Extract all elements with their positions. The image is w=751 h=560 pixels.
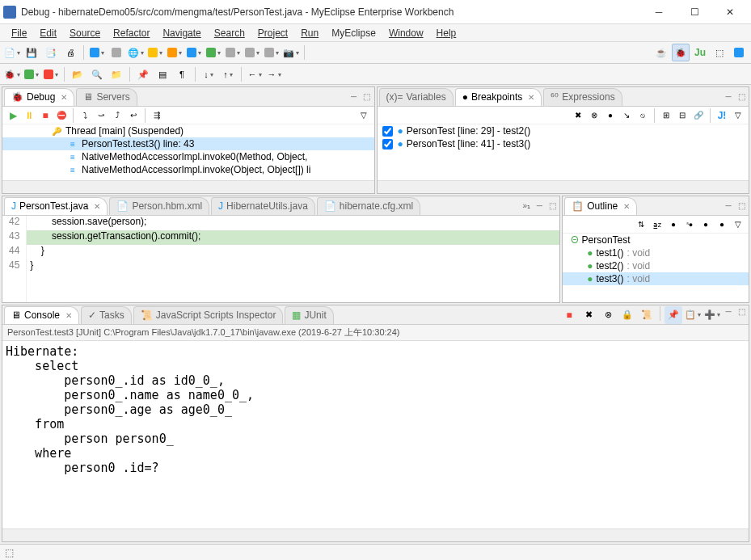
code-lines[interactable]: session.save(person); session.getTransac…: [27, 216, 559, 302]
show-bp-button[interactable]: ●: [603, 108, 618, 123]
remove-launch-button[interactable]: ✖: [580, 306, 597, 324]
perspective-myeclipse[interactable]: [730, 44, 748, 61]
back-button[interactable]: ←: [246, 65, 264, 83]
disconnect-button[interactable]: ⛔: [54, 108, 69, 123]
close-icon[interactable]: ✕: [623, 202, 630, 211]
tab-debug[interactable]: 🐞 Debug✕: [4, 88, 74, 106]
view-menu-icon[interactable]: ▽: [731, 217, 745, 232]
maximize-view-icon[interactable]: ⬚: [736, 91, 747, 103]
tool5-button[interactable]: [243, 44, 261, 61]
pin-console-button[interactable]: 📌: [665, 306, 682, 324]
tab-expressions[interactable]: ⁶⁰ Expressions: [543, 88, 622, 106]
browser-button[interactable]: 🌐: [127, 44, 145, 61]
tab-tasks[interactable]: ✓ Tasks: [81, 306, 132, 324]
perspective-debug[interactable]: 🐞: [672, 44, 690, 61]
menu-myeclipse[interactable]: MyEclipse: [325, 26, 382, 40]
close-icon[interactable]: ✕: [94, 202, 100, 211]
sort-button[interactable]: ⇅: [634, 217, 648, 232]
breakpoint-item[interactable]: ● PersonTest [line: 29] - test2(): [378, 124, 749, 137]
resume-button[interactable]: ▶: [6, 108, 20, 123]
perspective-other[interactable]: ⬚: [711, 44, 728, 61]
scrollbar-horizontal[interactable]: [2, 180, 374, 193]
tab-variables[interactable]: (x)= Variables: [379, 88, 454, 106]
toggle-mark-button[interactable]: 📌: [134, 65, 152, 83]
save-all-button[interactable]: 📑: [42, 44, 60, 61]
tab-personhbm[interactable]: 📄 Person.hbm.xml: [109, 197, 209, 215]
search-button[interactable]: 🔍: [88, 65, 106, 83]
new-button[interactable]: 📄: [3, 44, 21, 61]
add-java-exception-button[interactable]: J!: [715, 108, 729, 123]
hide-nonpublic-button[interactable]: ●: [698, 217, 713, 232]
tab-persontest[interactable]: J PersonTest.java✕: [4, 197, 108, 215]
tab-outline[interactable]: 📋 Outline✕: [564, 197, 637, 215]
remove-all-launches-button[interactable]: ⊗: [599, 306, 617, 324]
bp-checkbox[interactable]: [382, 126, 393, 137]
tab-hibernatecfg[interactable]: 📄 hibernate.cfg.xml: [317, 197, 420, 215]
menu-run[interactable]: Run: [294, 26, 325, 40]
minimize-view-icon[interactable]: ─: [723, 306, 734, 318]
menu-help[interactable]: Help: [430, 26, 463, 40]
ext-tools-button[interactable]: [42, 65, 60, 83]
remove-bp-button[interactable]: ✖: [571, 108, 585, 123]
tab-servers[interactable]: 🖥 Servers: [76, 88, 137, 106]
outline-method-test3[interactable]: ● test3() : void: [563, 272, 749, 285]
close-button[interactable]: ✕: [712, 1, 748, 23]
stack-frame-3[interactable]: ≡ NativeMethodAccessorImpl.invoke(Object…: [2, 163, 374, 176]
debug-button[interactable]: 🐞: [3, 65, 21, 83]
step-over-button[interactable]: ⤻: [94, 108, 108, 123]
tab-hibernateutils[interactable]: J HibernateUtils.java: [211, 197, 315, 215]
close-icon[interactable]: ✕: [65, 311, 72, 320]
scrollbar-horizontal[interactable]: [2, 528, 749, 541]
menu-navigate[interactable]: Navigate: [156, 26, 207, 40]
perspective-junit[interactable]: Ju: [691, 44, 709, 61]
perspective-java[interactable]: ☕: [652, 44, 670, 61]
minimize-view-icon[interactable]: ─: [534, 200, 545, 212]
minimize-view-icon[interactable]: ─: [723, 91, 734, 103]
stack-frame-1[interactable]: ≡ PersonTest.test3() line: 43: [2, 137, 374, 150]
menu-source[interactable]: Source: [63, 26, 107, 40]
show-whitespace-button[interactable]: ¶: [173, 65, 191, 83]
menu-file[interactable]: File: [5, 26, 33, 40]
outline-class[interactable]: Θ PersonTest: [563, 234, 749, 246]
view-menu-icon[interactable]: ▽: [357, 108, 371, 123]
tab-breakpoints[interactable]: ● Breakpoints✕: [455, 88, 542, 106]
menu-edit[interactable]: Edit: [33, 26, 63, 40]
stack-frame-2[interactable]: ≡ NativeMethodAccessorImpl.invoke0(Metho…: [2, 150, 374, 163]
display-console-button[interactable]: 📋: [684, 306, 702, 324]
tool2-button[interactable]: [185, 44, 203, 61]
tab-junit[interactable]: ▦ JUnit: [285, 306, 333, 324]
console-output[interactable]: Hibernate: select person0_.id as id0_0_,…: [2, 341, 749, 528]
menu-search[interactable]: Search: [208, 26, 251, 40]
menu-refactor[interactable]: Refactor: [107, 26, 156, 40]
expand-all-button[interactable]: ⊞: [659, 108, 673, 123]
terminate-button[interactable]: ■: [38, 108, 53, 123]
thread-item[interactable]: 🔑 Thread [main] (Suspended): [2, 124, 374, 137]
code-line[interactable]: }: [27, 245, 559, 259]
task-button[interactable]: 📁: [108, 65, 125, 83]
toggle-block-button[interactable]: ▤: [154, 65, 171, 83]
goto-file-button[interactable]: ↘: [619, 108, 634, 123]
tool4-button[interactable]: [224, 44, 242, 61]
run-button[interactable]: [23, 65, 40, 83]
maximize-view-icon[interactable]: ⬚: [736, 306, 747, 318]
remove-all-bp-button[interactable]: ⊗: [587, 108, 601, 123]
step-into-button[interactable]: ⤵: [78, 108, 92, 123]
next-annotation-button[interactable]: ↓: [200, 65, 217, 83]
outline-method-test1[interactable]: ● test1() : void: [563, 246, 749, 259]
code-line[interactable]: }: [27, 259, 559, 274]
maximize-view-icon[interactable]: ⬚: [361, 91, 373, 103]
tab-js-inspector[interactable]: 📜 JavaScript Scripts Inspector: [133, 306, 284, 324]
step-return-button[interactable]: ⤴: [110, 108, 124, 123]
show-list-icon[interactable]: »₁: [521, 200, 532, 212]
debug-tree[interactable]: 🔑 Thread [main] (Suspended) ≡ PersonTest…: [2, 124, 374, 180]
print-button[interactable]: 🖨: [61, 44, 79, 61]
minimize-view-icon[interactable]: ─: [723, 200, 734, 212]
clear-console-button[interactable]: 🔒: [618, 306, 636, 324]
tool6-button[interactable]: [263, 44, 281, 61]
minimize-button[interactable]: ─: [641, 1, 677, 23]
hide-fields-button[interactable]: ●: [666, 217, 681, 232]
tool1-button[interactable]: [166, 44, 184, 61]
suspend-button[interactable]: ⏸: [22, 108, 36, 123]
collapse-all-button[interactable]: ⊟: [675, 108, 690, 123]
forward-button[interactable]: →: [265, 65, 283, 83]
